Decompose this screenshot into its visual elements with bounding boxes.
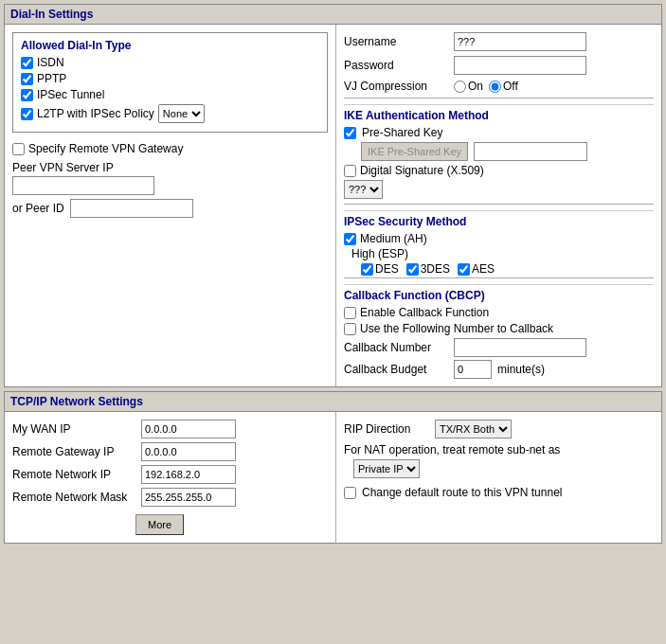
allowed-box-title: Allowed Dial-In Type [21,39,319,52]
remote-network-row: Remote Network IP [12,465,328,484]
remote-mask-input[interactable] [141,488,236,507]
ipsec-title: IPSec Security Method [344,210,654,228]
callback-number-input[interactable] [454,338,586,357]
rip-label: RIP Direction [344,422,429,436]
callback-number-label: Callback Number [344,341,448,354]
specify-remote-row: Specify Remote VPN Gateway [12,142,328,155]
isdn-checkbox[interactable] [21,57,33,69]
tcpip-body: My WAN IP Remote Gateway IP Remote Netwo… [4,411,662,544]
aes-label: AES [472,262,495,276]
medium-ah-checkbox[interactable] [344,233,356,245]
des-label: DES [375,262,399,276]
callback-number-row: Callback Number [344,338,654,357]
des-row: DES [361,262,399,276]
remote-network-label: Remote Network IP [12,468,135,481]
high-esp-row: High (ESP) [351,247,654,260]
specify-remote-checkbox[interactable] [12,143,25,155]
l2tp-policy-select[interactable]: None Nice Must [158,104,205,123]
password-row: Password [344,56,654,75]
dial-in-content: Allowed Dial-In Type ISDN PPTP IPSec Tun… [5,25,661,386]
pptp-label: PPTP [37,72,66,85]
specify-remote-label: Specify Remote VPN Gateway [28,142,183,155]
vj-row: VJ Compression On Off [344,80,654,93]
isdn-row: ISDN [21,56,319,69]
peer-id-row: or Peer ID [12,199,328,218]
username-label: Username [344,35,448,48]
peer-vpn-input[interactable] [12,176,154,195]
des3-label: 3DES [421,262,450,276]
default-route-checkbox[interactable] [344,487,356,499]
esp-options: DES 3DES AES [361,262,654,276]
rip-select[interactable]: TX/RX Both TX Only RX Only Disable [435,420,512,438]
dial-in-header: Dial-In Settings [4,4,662,24]
tcpip-content: My WAN IP Remote Gateway IP Remote Netwo… [5,412,661,543]
more-button-row: More [12,510,328,535]
des-checkbox[interactable] [361,263,373,276]
isdn-label: ISDN [37,56,64,69]
vj-on-radio[interactable] [454,80,466,93]
nat-select-row: Private IP Public IP [353,459,654,478]
nat-text: For NAT operation, treat remote sub-net … [344,443,654,456]
vj-off-radio[interactable] [489,80,501,93]
more-button[interactable]: More [135,514,184,535]
pptp-checkbox[interactable] [21,73,33,85]
ipsec-tunnel-checkbox[interactable] [21,89,33,101]
username-row: Username [344,32,654,51]
peer-id-select-row: ??? [344,180,654,199]
nat-select[interactable]: Private IP Public IP [353,459,420,478]
digital-sig-row: Digital Signature (X.509) [344,164,654,177]
pptp-row: PPTP [21,72,319,85]
callback-budget-label: Callback Budget [344,363,448,376]
aes-row: AES [458,262,495,276]
my-wan-input[interactable] [141,420,236,438]
medium-row: Medium (AH) [344,232,654,245]
rip-row: RIP Direction TX/RX Both TX Only RX Only… [344,420,654,438]
ipsec-tunnel-row: IPSec Tunnel [21,88,319,101]
ike-preshared-input[interactable] [474,142,587,161]
l2tp-checkbox[interactable] [21,108,33,120]
des3-row: 3DES [406,262,450,276]
my-wan-row: My WAN IP [12,420,328,438]
digital-sig-label: Digital Signature (X.509) [360,164,484,177]
ike-key-row: IKE Pre-Shared Key [361,142,654,161]
remote-gateway-row: Remote Gateway IP [12,442,328,461]
vj-on-text: On [468,80,483,93]
ike-title: IKE Authentication Method [344,104,654,122]
minute-label: minute(s) [497,363,545,376]
l2tp-row: L2TP with IPSec Policy None Nice Must [21,104,319,123]
callback-budget-row: Callback Budget minute(s) [344,360,654,379]
aes-checkbox[interactable] [458,263,470,276]
ike-preshared-button[interactable]: IKE Pre-Shared Key [361,142,468,161]
peer-id-label: or Peer ID [12,202,64,215]
remote-gateway-input[interactable] [141,442,236,461]
remote-gateway-label: Remote Gateway IP [12,445,135,458]
username-input[interactable] [454,32,586,51]
ipsec-tunnel-label: IPSec Tunnel [37,88,104,101]
peer-id-type-select[interactable]: ??? [344,180,383,199]
use-following-checkbox[interactable] [344,323,356,335]
tcpip-title: TCP/IP Network Settings [10,395,143,408]
use-following-label: Use the Following Number to Callback [360,322,553,335]
des3-checkbox[interactable] [406,263,419,276]
pre-shared-checkbox[interactable] [344,127,356,139]
enable-callback-row: Enable Callback Function [344,306,654,319]
peer-vpn-label: Peer VPN Server IP [12,161,328,174]
medium-ah-label: Medium (AH) [360,232,427,245]
default-route-row: Change default route to this VPN tunnel [344,486,654,499]
use-following-row: Use the Following Number to Callback [344,322,654,335]
password-input[interactable] [454,56,586,75]
digital-sig-checkbox[interactable] [344,165,356,177]
l2tp-label: L2TP with IPSec Policy [37,107,154,120]
dial-in-section: Dial-In Settings Allowed Dial-In Type IS… [4,4,662,387]
peer-id-input[interactable] [70,199,193,218]
page: Dial-In Settings Allowed Dial-In Type IS… [0,4,666,544]
pre-shared-row: Pre-Shared Key [344,126,654,139]
dial-in-body: Allowed Dial-In Type ISDN PPTP IPSec Tun… [4,24,662,387]
enable-callback-label: Enable Callback Function [360,306,489,319]
callback-budget-input[interactable] [454,360,492,379]
enable-callback-checkbox[interactable] [344,307,356,319]
pre-shared-label: Pre-Shared Key [362,126,442,139]
callback-title: Callback Function (CBCP) [344,284,654,302]
tcpip-right: RIP Direction TX/RX Both TX Only RX Only… [336,412,661,543]
remote-network-input[interactable] [141,465,236,484]
